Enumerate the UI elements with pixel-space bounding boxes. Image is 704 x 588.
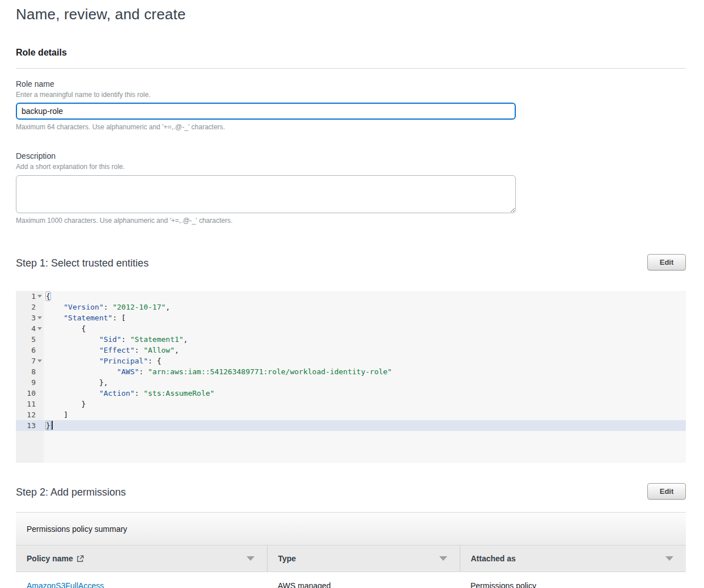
policy-editor-gutter: 12345678910111213 (16, 291, 44, 463)
permissions-summary-title: Permissions policy summary (16, 513, 686, 545)
role-name-field-group: Role name Enter a meaningful name to ide… (16, 79, 686, 131)
step1-edit-button[interactable]: Edit (647, 254, 686, 270)
page-title: Name, review, and create (16, 6, 686, 23)
description-hint-text: Maximum 1000 characters. Use alphanumeri… (16, 217, 686, 225)
description-textarea[interactable] (16, 175, 516, 213)
external-link-icon (77, 555, 84, 562)
description-help-text: Add a short explanation for this role. (16, 163, 686, 171)
step2-edit-button[interactable]: Edit (647, 483, 686, 500)
column-header-type[interactable]: Type (267, 545, 460, 572)
column-header-attached-as[interactable]: Attached as (460, 545, 686, 572)
text-cursor (52, 421, 53, 430)
policy-attached-as-cell: Permissions policy (460, 572, 686, 588)
policy-editor-lines[interactable]: {"Version": "2012-10-17","Statement": [{… (44, 291, 686, 463)
description-field-group: Description Add a short explanation for … (16, 151, 686, 225)
column-header-policy-name[interactable]: Policy name (16, 545, 267, 572)
column-dropdown-icon[interactable] (247, 556, 255, 561)
column-dropdown-icon[interactable] (439, 556, 447, 561)
column-label: Type (278, 554, 296, 563)
description-label: Description (16, 151, 686, 160)
column-label: Attached as (471, 554, 516, 563)
step1-header-row: Step 1: Select trusted entities Edit (16, 254, 686, 270)
permissions-summary-panel: Permissions policy summary Policy name (16, 512, 686, 588)
fold-caret-icon[interactable] (37, 359, 42, 362)
permissions-policy-table: Policy name Type (16, 545, 686, 588)
policy-name-link[interactable]: AmazonS3FullAccess (27, 581, 104, 588)
column-dropdown-icon[interactable] (665, 556, 673, 561)
fold-caret-icon[interactable] (37, 295, 42, 298)
role-name-label: Role name (16, 79, 686, 88)
step2-heading: Step 2: Add permissions (16, 483, 126, 498)
role-name-hint-text: Maximum 64 characters. Use alphanumeric … (16, 123, 686, 131)
fold-caret-icon[interactable] (37, 316, 42, 319)
section-divider (16, 68, 686, 69)
column-label: Policy name (27, 554, 73, 563)
table-row: AmazonS3FullAccess AWS managed Permissio… (16, 572, 686, 588)
step1-heading: Step 1: Select trusted entities (16, 254, 149, 269)
policy-type-cell: AWS managed (267, 572, 460, 588)
role-name-help-text: Enter a meaningful name to identify this… (16, 91, 686, 99)
role-details-heading: Role details (16, 48, 686, 58)
fold-caret-icon[interactable] (37, 327, 42, 330)
step2-header-row: Step 2: Add permissions Edit (16, 483, 686, 500)
name-review-create-page: Name, review, and create Role details Ro… (0, 0, 704, 588)
table-header-row: Policy name Type (16, 545, 686, 572)
role-name-input[interactable] (16, 103, 516, 120)
trust-policy-editor[interactable]: 12345678910111213 {"Version": "2012-10-1… (16, 291, 686, 463)
